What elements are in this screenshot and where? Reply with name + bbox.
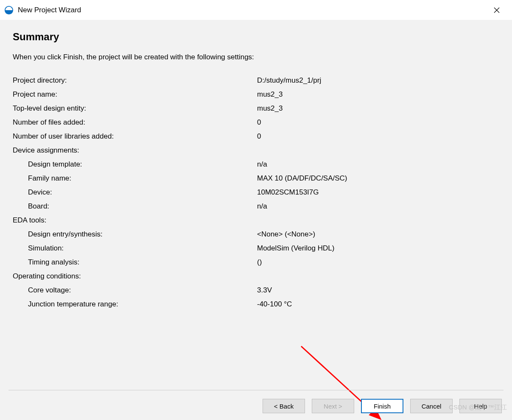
- summary-row-value: 10M02SCM153I7G: [257, 185, 501, 199]
- summary-row: Design template:n/a: [13, 157, 501, 171]
- summary-row: Board:n/a: [13, 199, 501, 213]
- summary-row-value: n/a: [257, 199, 501, 213]
- summary-row-value: 0: [257, 129, 501, 143]
- titlebar: New Project Wizard: [0, 0, 512, 20]
- summary-row-label: Simulation:: [13, 241, 257, 255]
- summary-row-value: D:/study/mus2_1/prj: [257, 73, 501, 87]
- summary-row: Family name:MAX 10 (DA/DF/DC/SA/SC): [13, 171, 501, 185]
- summary-row-label: Design entry/synthesis:: [13, 227, 257, 241]
- summary-row-value: 3.3V: [257, 283, 501, 297]
- summary-row-value: [257, 269, 501, 283]
- divider: [8, 390, 504, 390]
- summary-row: Timing analysis:(): [13, 255, 501, 269]
- summary-row-value: (): [257, 255, 501, 269]
- summary-row: EDA tools:: [13, 213, 501, 227]
- app-icon: [4, 6, 14, 15]
- summary-row-label: Board:: [13, 199, 257, 213]
- next-button: Next >: [312, 399, 354, 413]
- summary-row-value: -40-100 °C: [257, 297, 501, 311]
- summary-row-label: Design template:: [13, 157, 257, 171]
- summary-row: Simulation:ModelSim (Verilog HDL): [13, 241, 501, 255]
- summary-row: Junction temperature range:-40-100 °C: [13, 297, 501, 311]
- summary-row-label: Core voltage:: [13, 283, 257, 297]
- window-title: New Project Wizard: [18, 6, 487, 14]
- summary-row-label: Number of user libraries added:: [13, 129, 257, 143]
- summary-row: Device:10M02SCM153I7G: [13, 185, 501, 199]
- summary-row-value: [257, 213, 501, 227]
- summary-row: Project directory:D:/study/mus2_1/prj: [13, 73, 501, 87]
- summary-row-label: Operating conditions:: [13, 269, 257, 283]
- summary-row: Core voltage:3.3V: [13, 283, 501, 297]
- summary-row-label: Top-level design entity:: [13, 101, 257, 115]
- summary-row: Project name:mus2_3: [13, 87, 501, 101]
- summary-row-value: <None> (<None>): [257, 227, 501, 241]
- summary-row-value: MAX 10 (DA/DF/DC/SA/SC): [257, 171, 501, 185]
- summary-row: Device assignments:: [13, 143, 501, 157]
- summary-row: Operating conditions:: [13, 269, 501, 283]
- button-bar: < Back Next > Finish Cancel Help: [263, 399, 502, 413]
- help-button[interactable]: Help: [459, 399, 502, 413]
- summary-row-value: n/a: [257, 157, 501, 171]
- summary-row: Number of user libraries added:0: [13, 129, 501, 143]
- finish-button[interactable]: Finish: [361, 399, 403, 413]
- summary-row-value: [257, 143, 501, 157]
- summary-row-label: Family name:: [13, 171, 257, 185]
- summary-row-value: 0: [257, 115, 501, 129]
- summary-row-label: Device assignments:: [13, 143, 257, 157]
- summary-row-label: Project directory:: [13, 73, 257, 87]
- page-title: Summary: [13, 31, 501, 43]
- cancel-button[interactable]: Cancel: [410, 399, 453, 413]
- intro-text: When you click Finish, the project will …: [13, 53, 501, 61]
- close-icon[interactable]: [487, 1, 506, 19]
- summary-row-value: ModelSim (Verilog HDL): [257, 241, 501, 255]
- summary-row: Top-level design entity:mus2_3: [13, 101, 501, 115]
- summary-row-label: Timing analysis:: [13, 255, 257, 269]
- summary-row-value: mus2_3: [257, 87, 501, 101]
- summary-row: Number of files added:0: [13, 115, 501, 129]
- summary-table: Project directory:D:/study/mus2_1/prjPro…: [13, 73, 501, 311]
- summary-row-value: mus2_3: [257, 101, 501, 115]
- summary-row-label: Junction temperature range:: [13, 297, 257, 311]
- summary-row: Design entry/synthesis:<None> (<None>): [13, 227, 501, 241]
- back-button[interactable]: < Back: [263, 399, 305, 413]
- summary-row-label: Project name:: [13, 87, 257, 101]
- dialog-body: Summary When you click Finish, the proje…: [0, 20, 512, 420]
- summary-row-label: Device:: [13, 185, 257, 199]
- summary-row-label: Number of files added:: [13, 115, 257, 129]
- summary-row-label: EDA tools:: [13, 213, 257, 227]
